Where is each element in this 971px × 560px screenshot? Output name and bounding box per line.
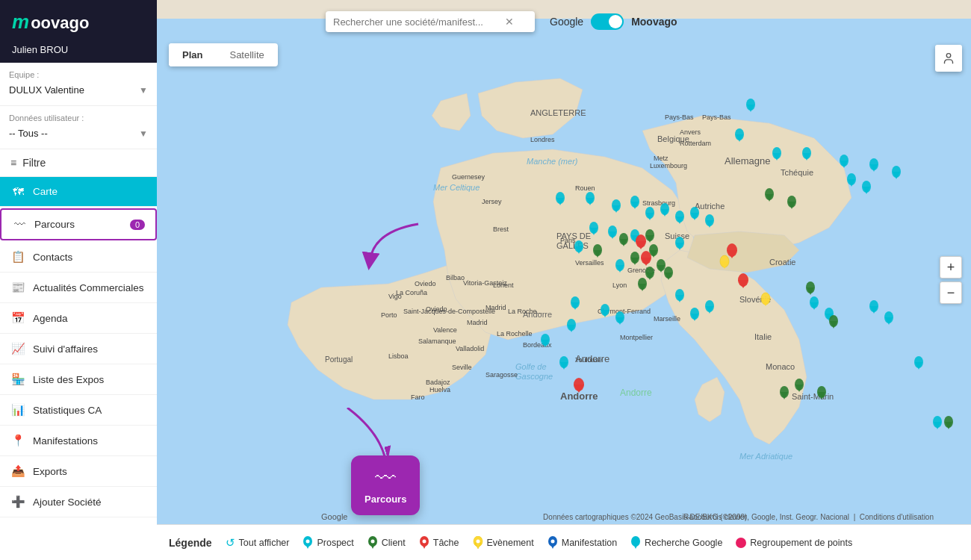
team-dropdown-arrow: ▼ [139,85,148,96]
sidebar: moovago Julien BROU Equipe : DULUX Valen… [0,0,157,560]
svg-text:Croatie: Croatie [769,258,795,267]
legend-evenement-label: Evènement [487,538,534,548]
sidebar-item-carte[interactable]: 🗺 Carte [0,177,157,207]
sidebar-item-expos[interactable]: 🏪 Liste des Expos [0,364,157,395]
svg-text:Mer Adriatique: Mer Adriatique [739,452,792,461]
filter-icon: ≡ [10,157,16,169]
legend-prospect-label: Prospect [317,538,353,548]
map-source-toggle[interactable] [591,13,624,30]
legend-bar: Légende ↺ Tout afficher Prospect Client … [157,524,971,560]
legend-item-tache[interactable]: Tâche [419,536,459,550]
sidebar-item-stats[interactable]: 📊 Statistiques CA [0,395,157,426]
client-pin-icon [367,536,378,550]
carte-label: Carte [33,186,58,197]
logo-m: m [12,10,29,33]
sidebar-item-ajouter[interactable]: ➕ Ajouter Société [0,487,157,517]
svg-text:Porto: Porto [381,311,397,319]
svg-text:ANGLETERRE: ANGLETERRE [530,108,586,117]
svg-text:Seville: Seville [452,364,472,371]
legend-item-recherche[interactable]: Recherche Google [630,536,722,550]
all-icon: ↺ [226,536,235,550]
tab-plan[interactable]: Plan [169,43,216,66]
user-name: Julien BROU [0,41,157,63]
tab-satellite[interactable]: Satellite [216,43,277,66]
zoom-out-button[interactable]: − [940,281,962,304]
svg-text:Londres: Londres [530,136,555,143]
svg-text:Faro: Faro [411,393,425,401]
svg-text:Tchéquie: Tchéquie [781,168,813,177]
svg-text:Brest: Brest [493,225,509,233]
tache-pin-icon [419,536,429,550]
legend-item-regroupement[interactable]: Regroupement de points [736,538,852,548]
team-value: DULUX Valentine [9,84,84,96]
svg-text:Lisboa: Lisboa [388,352,409,360]
svg-text:Vitoria-Gasteiz: Vitoria-Gasteiz [463,279,507,287]
zoom-in-button[interactable]: + [940,256,962,279]
parcours-label: Parcours [34,219,75,230]
sidebar-item-parcours[interactable]: 〰 Parcours 0 [0,208,157,240]
main-layout: moovago Julien BROU Equipe : DULUX Valen… [0,0,971,560]
search-input[interactable] [333,16,505,28]
user-data-value: -- Tous -- [9,128,48,139]
actualites-label: Actualités Commerciales [33,282,144,293]
svg-text:Pays-Bas: Pays-Bas [702,113,731,121]
sidebar-item-agenda[interactable]: 📅 Agenda [0,303,157,334]
sidebar-item-actualites[interactable]: 📰 Actualités Commerciales [0,273,157,303]
user-data-dropdown[interactable]: -- Tous -- ▼ [9,125,148,141]
svg-text:Autriche: Autriche [695,202,725,211]
svg-text:Badajoz: Badajoz [426,379,450,386]
svg-text:Manche (mer): Manche (mer) [527,157,578,166]
svg-text:La Roche...: La Roche... [508,308,542,315]
street-view-button[interactable] [935,45,962,72]
svg-text:Rotterdam: Rotterdam [680,140,711,147]
user-data-dropdown-arrow: ▼ [139,128,148,139]
map-area[interactable]: ✕ Google Moovago Plan Satellite [157,0,971,560]
svg-text:Rouen: Rouen [575,184,595,192]
svg-text:Oviedo: Oviedo [415,280,436,287]
svg-text:Anvers: Anvers [680,128,701,136]
team-dropdown[interactable]: DULUX Valentine ▼ [9,82,148,98]
svg-text:Golfe de: Golfe de [515,362,547,371]
toggle-google-label: Google [550,16,583,28]
parcours-badge: 0 [130,220,145,230]
parcours-icon: 〰 [12,218,27,231]
parcours-floating-card[interactable]: 〰 Parcours [351,455,420,515]
svg-text:Guernesey: Guernesey [452,173,486,181]
legend-item-prospect[interactable]: Prospect [303,536,353,550]
svg-text:La Rochelle: La Rochelle [497,330,533,337]
legend-recherche-label: Recherche Google [645,538,722,548]
svg-text:Saint-Marin: Saint-Marin [792,392,834,401]
svg-text:Jersey: Jersey [482,198,502,205]
sidebar-item-suivi[interactable]: 📈 Suivi d'affaires [0,334,157,364]
legend-title: Légende [169,537,212,549]
regroupement-dot-icon [736,538,746,548]
svg-text:Saragosse: Saragosse [486,371,518,379]
svg-point-208 [550,539,554,543]
svg-text:Versailles: Versailles [575,259,604,267]
svg-point-205 [476,539,480,543]
svg-point-196 [306,539,310,543]
legend-item-client[interactable]: Client [367,536,406,550]
sidebar-item-manifestations[interactable]: 📍 Manifestations [0,426,157,456]
evenement-pin-icon [473,536,483,550]
toggle-moovago-label: Moovago [631,16,677,28]
legend-item-manifestation[interactable]: Manifestation [547,536,617,550]
svg-point-202 [422,539,426,543]
search-clear-icon[interactable]: ✕ [505,16,514,28]
svg-text:Andorre: Andorre [560,391,598,402]
stats-label: Statistiques CA [33,405,102,416]
sidebar-nav: 🗺 Carte 〰 Parcours 0 📋 Contacts 📰 Actual… [0,177,157,560]
search-bar[interactable]: ✕ [326,11,535,32]
svg-point-193 [946,54,951,58]
agenda-icon: 📅 [10,311,25,325]
legend-item-evenement[interactable]: Evènement [473,536,534,550]
legend-item-all[interactable]: ↺ Tout afficher [226,536,290,550]
sidebar-item-contacts[interactable]: 📋 Contacts [0,242,157,273]
svg-text:Salamanque: Salamanque [418,337,456,345]
svg-text:Toulouse: Toulouse [575,356,602,364]
conditions-link[interactable]: Conditions d'utilisation [860,513,934,521]
sidebar-item-exports[interactable]: 📤 Exports [0,456,157,487]
exports-icon: 📤 [10,464,25,478]
svg-text:Huelva: Huelva [429,386,450,393]
filter-item[interactable]: ≡ Filtre [0,149,157,177]
